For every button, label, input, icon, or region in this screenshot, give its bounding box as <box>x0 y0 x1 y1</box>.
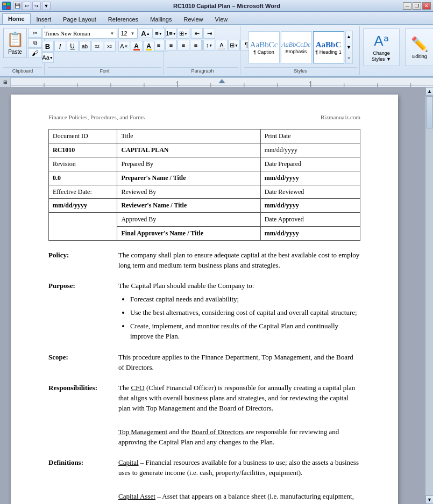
svg-text:.: . <box>176 79 177 84</box>
align-right-button[interactable]: ≡ <box>178 40 189 51</box>
style-emphasis[interactable]: AaBbCcDc Emphasis <box>281 31 312 63</box>
font-size-dropdown[interactable]: 12 ▼ <box>118 28 138 39</box>
style-caption[interactable]: AaBbCc ¶ Caption <box>249 31 280 63</box>
tab-review[interactable]: Review <box>178 14 209 24</box>
change-styles-button[interactable]: Aᵃ ChangeStyles ▼ <box>363 28 400 66</box>
tab-insert[interactable]: Insert <box>31 14 58 24</box>
subscript-button[interactable]: x2 <box>91 41 103 52</box>
policy-text: The company shall plan to ensure adequat… <box>118 250 360 271</box>
more-quick-btn[interactable]: ▼ <box>42 2 51 10</box>
ruler-strip: . . <box>11 77 433 87</box>
section-scope: Scope: This procedure applies to the Fin… <box>48 352 360 376</box>
save-quick-btn[interactable]: 💾 <box>13 2 22 10</box>
svg-rect-5 <box>11 85 433 86</box>
section-definitions: Definitions: Capital – Financial resourc… <box>48 458 360 504</box>
font-size-value: 12 <box>121 30 127 37</box>
increase-indent-button[interactable]: ⇥ <box>203 28 215 39</box>
tab-view[interactable]: View <box>209 14 234 24</box>
tab-home[interactable]: Home <box>2 13 31 24</box>
tab-mailings[interactable]: Mailings <box>144 14 178 24</box>
table-cell: mm/dd/yyyy <box>260 199 360 213</box>
underline-button[interactable]: U <box>67 41 79 52</box>
scroll-thumb[interactable] <box>426 96 433 128</box>
strikethrough-button[interactable]: ab <box>79 41 91 52</box>
ribbon-group-change-styles: Aᵃ ChangeStyles ▼ Styles <box>361 26 402 75</box>
section-scope-label: Scope: <box>48 352 118 376</box>
redo-quick-btn[interactable]: ↪ <box>32 2 41 10</box>
section-definitions-content: Capital – Financial resources available … <box>118 458 360 504</box>
table-cell: Effective Date: <box>49 185 117 199</box>
purpose-bullets: Forecast capital needs and availability;… <box>118 294 360 341</box>
multilevel-button[interactable]: ⊞▼ <box>178 28 189 39</box>
tab-page-layout[interactable]: Page Layout <box>57 14 102 24</box>
clipboard-label: Clipboard <box>3 67 42 74</box>
table-cell: Print Date <box>260 129 360 143</box>
capital-asset-term: Capital Asset <box>118 492 155 500</box>
table-cell: Final Approver's Name / Title <box>117 226 260 240</box>
change-case-button[interactable]: Aa▼ <box>42 52 54 63</box>
editing-button[interactable]: ✏️ Editing <box>405 28 433 66</box>
scroll-spacer <box>425 129 433 495</box>
table-cell: 0.0 <box>49 171 117 185</box>
style-heading1-label: ¶ Heading 1 <box>315 49 341 55</box>
format-painter-button[interactable]: 🖌 <box>28 48 42 58</box>
italic-button[interactable]: I <box>54 41 66 52</box>
decrease-indent-button[interactable]: ⇤ <box>191 28 203 39</box>
shading-button[interactable]: A <box>216 40 228 51</box>
styles-scroll[interactable]: ▲ ▼ ≡ <box>345 31 353 64</box>
tab-references[interactable]: References <box>102 14 144 24</box>
bold-button[interactable]: B <box>42 41 54 52</box>
style-emphasis-label: Emphasis <box>286 49 307 54</box>
bullets-button[interactable]: ≡▼ <box>153 28 165 39</box>
justify-button[interactable]: ≡ <box>190 40 202 51</box>
font-content: Times New Roman ▼ 12 ▼ A▲ A▼ B I U ab x2 <box>42 27 168 67</box>
quick-access-toolbar: 💾 ↩ ↪ ▼ <box>13 2 51 10</box>
table-cell: Document ID <box>49 129 117 143</box>
clear-format-button[interactable]: A✕ <box>118 41 130 52</box>
align-center-button[interactable]: ≡ <box>165 40 177 51</box>
borders-button[interactable]: ⊞▼ <box>228 40 240 51</box>
table-cell: Approved By <box>117 213 260 227</box>
style-heading1-preview: AaBbC <box>316 40 342 49</box>
table-cell: Date Reviewed <box>260 185 360 199</box>
app-logo <box>2 2 11 10</box>
vertical-scrollbar[interactable]: ▲ ▼ <box>425 87 433 504</box>
change-styles-label: ChangeStyles ▼ <box>372 51 391 62</box>
paste-button[interactable]: 📋 Paste <box>3 28 27 58</box>
undo-quick-btn[interactable]: ↩ <box>23 2 31 10</box>
section-policy: Policy: The company shall plan to ensure… <box>48 250 360 274</box>
window-controls[interactable]: ─ ❐ ✕ <box>403 2 431 10</box>
style-heading1[interactable]: AaBbC ¶ Heading 1 <box>313 31 344 63</box>
scroll-up-button[interactable]: ▲ <box>425 87 433 96</box>
table-cell: mm/dd/yyyy <box>49 199 117 213</box>
cut-button[interactable]: ✂ <box>28 28 42 38</box>
svg-rect-0 <box>3 3 6 5</box>
capital-term: Capital <box>118 458 139 466</box>
document-wrapper: Finance Policies, Procedures, and Forms … <box>0 87 433 504</box>
line-spacing-button[interactable]: ↕▼ <box>203 40 215 51</box>
ribbon-group-styles: AaBbCc ¶ Caption AaBbCcDc Emphasis AaBbC… <box>242 26 360 75</box>
table-row: Effective Date: Reviewed By Date Reviewe… <box>49 185 360 199</box>
bod-underline: Board of Directors <box>191 428 244 436</box>
close-button[interactable]: ✕ <box>422 2 431 10</box>
table-cell: CAPITAL PLAN <box>117 143 260 157</box>
highlight-color-button[interactable]: A <box>143 41 155 52</box>
header-right: Bizmanualz.com <box>321 113 360 121</box>
copy-button[interactable]: ⧉ <box>28 38 42 48</box>
ribbon: 📋 Paste ✂ ⧉ 🖌 Clipboard Times New Roman … <box>0 25 433 77</box>
restore-button[interactable]: ❐ <box>413 2 421 10</box>
superscript-button[interactable]: x2 <box>104 41 116 52</box>
numbering-button[interactable]: 1≡▼ <box>165 28 177 39</box>
font-name-dropdown[interactable]: Times New Roman ▼ <box>42 28 117 39</box>
grow-font-button[interactable]: A▲ <box>139 28 153 38</box>
scroll-down-button[interactable]: ▼ <box>425 495 433 504</box>
document-scroll-area[interactable]: Finance Policies, Procedures, and Forms … <box>0 87 425 504</box>
style-emphasis-preview: AaBbCcDc <box>282 41 311 49</box>
font-color-button[interactable]: A <box>131 41 143 52</box>
title-bar-left: 💾 ↩ ↪ ▼ <box>2 2 51 10</box>
cfo-underline: CFO <box>131 384 144 392</box>
section-responsibilities-content: The CFO (Chief Financial Officer) is res… <box>118 383 360 450</box>
title-bar: 💾 ↩ ↪ ▼ RC1010 Capital Plan – Microsoft … <box>0 0 433 12</box>
table-row: mm/dd/yyyy Reviewer's Name / Title mm/dd… <box>49 199 360 213</box>
minimize-button[interactable]: ─ <box>403 2 411 10</box>
